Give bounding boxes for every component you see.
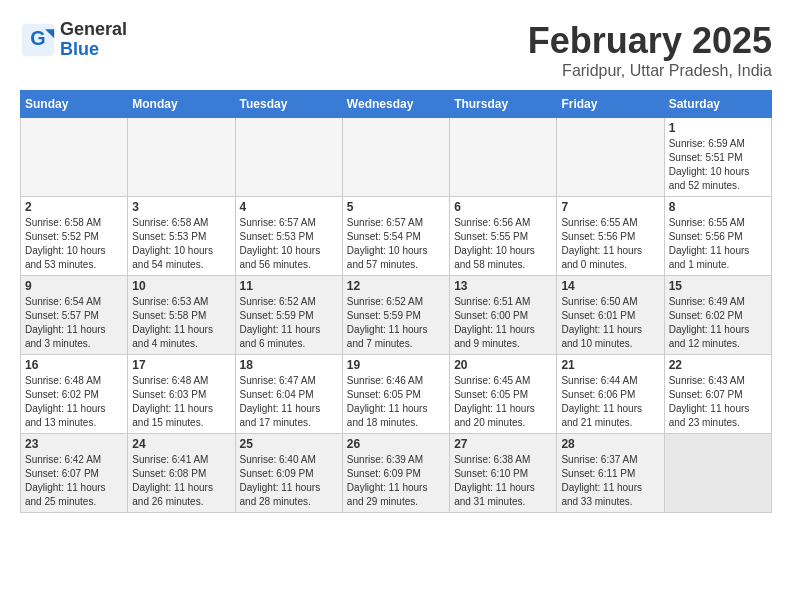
month-title: February 2025 — [528, 20, 772, 62]
day-cell: 14Sunrise: 6:50 AM Sunset: 6:01 PM Dayli… — [557, 276, 664, 355]
day-number: 2 — [25, 200, 123, 214]
day-cell: 12Sunrise: 6:52 AM Sunset: 5:59 PM Dayli… — [342, 276, 449, 355]
day-number: 27 — [454, 437, 552, 451]
day-cell: 17Sunrise: 6:48 AM Sunset: 6:03 PM Dayli… — [128, 355, 235, 434]
day-info: Sunrise: 6:55 AM Sunset: 5:56 PM Dayligh… — [669, 216, 767, 272]
day-cell: 22Sunrise: 6:43 AM Sunset: 6:07 PM Dayli… — [664, 355, 771, 434]
day-number: 22 — [669, 358, 767, 372]
day-cell: 19Sunrise: 6:46 AM Sunset: 6:05 PM Dayli… — [342, 355, 449, 434]
day-number: 17 — [132, 358, 230, 372]
day-cell: 10Sunrise: 6:53 AM Sunset: 5:58 PM Dayli… — [128, 276, 235, 355]
day-number: 21 — [561, 358, 659, 372]
header-monday: Monday — [128, 91, 235, 118]
day-number: 1 — [669, 121, 767, 135]
day-info: Sunrise: 6:39 AM Sunset: 6:09 PM Dayligh… — [347, 453, 445, 509]
week-row-2: 9Sunrise: 6:54 AM Sunset: 5:57 PM Daylig… — [21, 276, 772, 355]
week-row-0: 1Sunrise: 6:59 AM Sunset: 5:51 PM Daylig… — [21, 118, 772, 197]
day-cell: 9Sunrise: 6:54 AM Sunset: 5:57 PM Daylig… — [21, 276, 128, 355]
day-cell — [557, 118, 664, 197]
day-info: Sunrise: 6:55 AM Sunset: 5:56 PM Dayligh… — [561, 216, 659, 272]
header: G General Blue February 2025 Faridpur, U… — [20, 20, 772, 80]
title-area: February 2025 Faridpur, Uttar Pradesh, I… — [528, 20, 772, 80]
day-number: 6 — [454, 200, 552, 214]
calendar-header-row: SundayMondayTuesdayWednesdayThursdayFrid… — [21, 91, 772, 118]
day-cell: 27Sunrise: 6:38 AM Sunset: 6:10 PM Dayli… — [450, 434, 557, 513]
day-cell: 6Sunrise: 6:56 AM Sunset: 5:55 PM Daylig… — [450, 197, 557, 276]
day-number: 10 — [132, 279, 230, 293]
day-info: Sunrise: 6:48 AM Sunset: 6:02 PM Dayligh… — [25, 374, 123, 430]
day-cell: 5Sunrise: 6:57 AM Sunset: 5:54 PM Daylig… — [342, 197, 449, 276]
header-sunday: Sunday — [21, 91, 128, 118]
day-number: 13 — [454, 279, 552, 293]
day-cell: 13Sunrise: 6:51 AM Sunset: 6:00 PM Dayli… — [450, 276, 557, 355]
week-row-3: 16Sunrise: 6:48 AM Sunset: 6:02 PM Dayli… — [21, 355, 772, 434]
day-number: 5 — [347, 200, 445, 214]
day-info: Sunrise: 6:54 AM Sunset: 5:57 PM Dayligh… — [25, 295, 123, 351]
day-info: Sunrise: 6:44 AM Sunset: 6:06 PM Dayligh… — [561, 374, 659, 430]
day-cell — [664, 434, 771, 513]
day-info: Sunrise: 6:53 AM Sunset: 5:58 PM Dayligh… — [132, 295, 230, 351]
day-number: 4 — [240, 200, 338, 214]
week-row-1: 2Sunrise: 6:58 AM Sunset: 5:52 PM Daylig… — [21, 197, 772, 276]
day-number: 11 — [240, 279, 338, 293]
day-info: Sunrise: 6:41 AM Sunset: 6:08 PM Dayligh… — [132, 453, 230, 509]
day-number: 7 — [561, 200, 659, 214]
header-tuesday: Tuesday — [235, 91, 342, 118]
header-wednesday: Wednesday — [342, 91, 449, 118]
day-info: Sunrise: 6:40 AM Sunset: 6:09 PM Dayligh… — [240, 453, 338, 509]
location-title: Faridpur, Uttar Pradesh, India — [528, 62, 772, 80]
calendar: SundayMondayTuesdayWednesdayThursdayFrid… — [20, 90, 772, 513]
day-number: 24 — [132, 437, 230, 451]
day-number: 3 — [132, 200, 230, 214]
day-number: 14 — [561, 279, 659, 293]
day-info: Sunrise: 6:58 AM Sunset: 5:53 PM Dayligh… — [132, 216, 230, 272]
day-info: Sunrise: 6:51 AM Sunset: 6:00 PM Dayligh… — [454, 295, 552, 351]
day-info: Sunrise: 6:52 AM Sunset: 5:59 PM Dayligh… — [240, 295, 338, 351]
day-number: 18 — [240, 358, 338, 372]
day-info: Sunrise: 6:42 AM Sunset: 6:07 PM Dayligh… — [25, 453, 123, 509]
day-info: Sunrise: 6:59 AM Sunset: 5:51 PM Dayligh… — [669, 137, 767, 193]
day-cell — [128, 118, 235, 197]
day-info: Sunrise: 6:46 AM Sunset: 6:05 PM Dayligh… — [347, 374, 445, 430]
logo-icon: G — [20, 22, 56, 58]
day-cell: 11Sunrise: 6:52 AM Sunset: 5:59 PM Dayli… — [235, 276, 342, 355]
day-cell: 20Sunrise: 6:45 AM Sunset: 6:05 PM Dayli… — [450, 355, 557, 434]
day-cell: 1Sunrise: 6:59 AM Sunset: 5:51 PM Daylig… — [664, 118, 771, 197]
logo-text: General Blue — [60, 20, 127, 60]
day-info: Sunrise: 6:52 AM Sunset: 5:59 PM Dayligh… — [347, 295, 445, 351]
day-cell: 2Sunrise: 6:58 AM Sunset: 5:52 PM Daylig… — [21, 197, 128, 276]
day-number: 12 — [347, 279, 445, 293]
day-info: Sunrise: 6:45 AM Sunset: 6:05 PM Dayligh… — [454, 374, 552, 430]
header-thursday: Thursday — [450, 91, 557, 118]
day-number: 9 — [25, 279, 123, 293]
day-info: Sunrise: 6:37 AM Sunset: 6:11 PM Dayligh… — [561, 453, 659, 509]
day-cell: 24Sunrise: 6:41 AM Sunset: 6:08 PM Dayli… — [128, 434, 235, 513]
day-info: Sunrise: 6:43 AM Sunset: 6:07 PM Dayligh… — [669, 374, 767, 430]
day-cell: 21Sunrise: 6:44 AM Sunset: 6:06 PM Dayli… — [557, 355, 664, 434]
day-info: Sunrise: 6:57 AM Sunset: 5:54 PM Dayligh… — [347, 216, 445, 272]
logo: G General Blue — [20, 20, 127, 60]
day-number: 16 — [25, 358, 123, 372]
day-info: Sunrise: 6:38 AM Sunset: 6:10 PM Dayligh… — [454, 453, 552, 509]
day-cell: 28Sunrise: 6:37 AM Sunset: 6:11 PM Dayli… — [557, 434, 664, 513]
day-cell: 8Sunrise: 6:55 AM Sunset: 5:56 PM Daylig… — [664, 197, 771, 276]
day-info: Sunrise: 6:49 AM Sunset: 6:02 PM Dayligh… — [669, 295, 767, 351]
day-info: Sunrise: 6:58 AM Sunset: 5:52 PM Dayligh… — [25, 216, 123, 272]
day-number: 23 — [25, 437, 123, 451]
header-saturday: Saturday — [664, 91, 771, 118]
day-cell: 18Sunrise: 6:47 AM Sunset: 6:04 PM Dayli… — [235, 355, 342, 434]
header-friday: Friday — [557, 91, 664, 118]
day-number: 8 — [669, 200, 767, 214]
day-info: Sunrise: 6:50 AM Sunset: 6:01 PM Dayligh… — [561, 295, 659, 351]
day-cell: 16Sunrise: 6:48 AM Sunset: 6:02 PM Dayli… — [21, 355, 128, 434]
day-info: Sunrise: 6:57 AM Sunset: 5:53 PM Dayligh… — [240, 216, 338, 272]
day-cell — [235, 118, 342, 197]
svg-text:G: G — [30, 27, 45, 49]
day-number: 25 — [240, 437, 338, 451]
logo-general-text: General — [60, 20, 127, 40]
day-number: 26 — [347, 437, 445, 451]
day-number: 19 — [347, 358, 445, 372]
day-number: 20 — [454, 358, 552, 372]
logo-blue-text: Blue — [60, 40, 127, 60]
day-cell: 15Sunrise: 6:49 AM Sunset: 6:02 PM Dayli… — [664, 276, 771, 355]
